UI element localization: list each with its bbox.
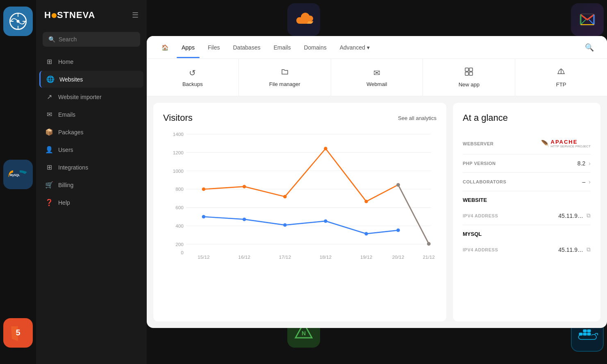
webserver-value: 🪶 APACHE HTTP SERVICE PROJECT xyxy=(541,139,591,148)
importer-nav-icon: ↗ xyxy=(45,93,53,101)
svg-point-56 xyxy=(324,219,327,223)
tab-home[interactable]: 🏠 xyxy=(157,37,173,58)
chart-area: 1400 1200 1000 800 600 400 200 0 15/12 1… xyxy=(163,130,436,312)
backups-icon: ↺ xyxy=(189,68,196,78)
svg-text:N: N xyxy=(301,330,305,337)
sidebar-item-label: Help xyxy=(58,199,70,206)
sidebar-navigation: ⊞ Home 🌐 Websites ↗ Website importer ✉ E… xyxy=(36,53,147,364)
websites-nav-icon: 🌐 xyxy=(46,75,55,83)
svg-point-49 xyxy=(324,147,327,151)
packages-nav-icon: 📦 xyxy=(45,128,53,136)
svg-text:17/12: 17/12 xyxy=(279,254,291,260)
new-app-action[interactable]: New app xyxy=(423,59,515,96)
new-app-icon xyxy=(464,67,473,78)
sidebar-item-packages[interactable]: 📦 Packages xyxy=(39,124,143,140)
ftp-icon xyxy=(557,67,566,78)
website-section-title: WEBSITE xyxy=(463,191,591,206)
file-manager-label: File manager xyxy=(269,81,300,87)
tab-files[interactable]: Files xyxy=(203,37,225,58)
svg-point-55 xyxy=(283,223,287,227)
file-manager-action[interactable]: File manager xyxy=(239,59,331,96)
svg-text:600: 600 xyxy=(175,205,184,210)
see-analytics-link[interactable]: See all analytics xyxy=(398,115,436,121)
sidebar-item-website-importer[interactable]: ↗ Website importer xyxy=(39,88,143,105)
svg-rect-22 xyxy=(465,72,468,75)
sidebar-item-users[interactable]: 👤 Users xyxy=(39,141,143,158)
sidebar-item-help[interactable]: ❓ Help xyxy=(39,194,143,211)
sidebar-item-label: Users xyxy=(58,147,73,153)
ftp-action[interactable]: FTP xyxy=(515,59,607,96)
php-version-row[interactable]: PHP VERSION 8.2 › xyxy=(463,154,591,173)
svg-text:1200: 1200 xyxy=(173,150,184,155)
glance-title: At a glance xyxy=(463,113,591,123)
sidebar-item-websites[interactable]: 🌐 Websites xyxy=(39,71,143,88)
apache-sub: HTTP SERVICE PROJECT xyxy=(551,145,591,148)
svg-point-53 xyxy=(202,215,206,219)
svg-rect-14 xyxy=(579,333,582,335)
website-copy-icon[interactable]: ⧉ xyxy=(587,212,591,219)
sidebar-item-home[interactable]: ⊞ Home xyxy=(39,53,143,70)
sidebar-item-label: Home xyxy=(58,59,73,65)
sidebar-item-label: Integrations xyxy=(58,164,88,171)
svg-rect-23 xyxy=(469,72,473,75)
sidebar-item-billing[interactable]: 🛒 Billing xyxy=(39,176,143,193)
tab-emails[interactable]: Emails xyxy=(268,37,296,58)
webserver-label: WEBSERVER xyxy=(463,141,493,146)
emails-nav-icon: ✉ xyxy=(45,111,53,118)
sidebar-item-emails[interactable]: ✉ Emails xyxy=(39,106,143,123)
collaborators-row[interactable]: COLLABORATORS – › xyxy=(463,173,591,191)
sidebar-item-label: Emails xyxy=(58,111,75,118)
sidebar-logo-area: HSTNEVA ☰ xyxy=(36,0,147,29)
backups-action[interactable]: ↺ Backups xyxy=(147,59,239,96)
svg-text:200: 200 xyxy=(175,242,184,247)
quick-actions-bar: ↺ Backups File manager ✉ Webmail xyxy=(147,59,607,96)
search-button[interactable]: 🔍 xyxy=(582,40,597,55)
billing-nav-icon: 🛒 xyxy=(45,181,53,189)
users-nav-icon: 👤 xyxy=(45,146,53,154)
tab-domains[interactable]: Domains xyxy=(299,37,331,58)
webmail-action[interactable]: ✉ Webmail xyxy=(331,59,423,96)
apache-feather-icon: 🪶 xyxy=(541,140,549,147)
svg-text:21/12: 21/12 xyxy=(423,254,435,260)
sidebar-item-integrations[interactable]: ⊞ Integrations xyxy=(39,159,143,176)
sidebar-item-label: Website importer xyxy=(58,94,102,100)
svg-rect-21 xyxy=(469,68,473,71)
tab-apps[interactable]: Apps xyxy=(177,37,200,58)
svg-point-47 xyxy=(243,185,246,188)
backups-label: Backups xyxy=(182,81,203,87)
webmail-icon: ✉ xyxy=(373,68,380,78)
sidebar-search[interactable]: 🔍 Search xyxy=(43,32,140,47)
sidebar-item-label: Billing xyxy=(58,182,73,188)
mysql-copy-icon[interactable]: ⧉ xyxy=(587,246,591,253)
svg-point-1 xyxy=(16,20,19,23)
sidebar-item-label: Packages xyxy=(58,129,83,136)
svg-point-59 xyxy=(396,183,400,187)
collaborators-value: – › xyxy=(582,179,591,185)
php-version-value: 8.2 › xyxy=(577,160,591,167)
collaborators-label: COLLABORATORS xyxy=(463,179,506,184)
svg-text:20/12: 20/12 xyxy=(392,254,404,260)
gmail-icon xyxy=(571,3,604,36)
new-app-label: New app xyxy=(459,81,480,88)
website-ipv4-row: IPV4 ADDRESS 45.11.9… ⧉ xyxy=(463,206,591,225)
php-chevron-icon: › xyxy=(589,160,591,167)
html5-icon: 5 xyxy=(3,318,33,348)
svg-point-57 xyxy=(364,232,368,236)
file-manager-icon xyxy=(281,68,289,78)
svg-text:MySQL: MySQL xyxy=(10,173,20,177)
search-label: Search xyxy=(59,36,77,43)
tab-databases[interactable]: Databases xyxy=(228,37,265,58)
main-area: 🏠 Apps Files Databases Emails Domains Ad… xyxy=(147,36,607,328)
hamburger-button[interactable]: ☰ xyxy=(132,11,139,20)
help-nav-icon: ❓ xyxy=(45,199,53,206)
visitors-title: Visitors xyxy=(163,113,193,123)
svg-text:16/12: 16/12 xyxy=(238,254,250,260)
svg-point-19 xyxy=(597,334,598,335)
svg-point-54 xyxy=(243,217,246,221)
svg-point-60 xyxy=(427,242,431,246)
tab-advanced[interactable]: Advanced ▾ xyxy=(335,37,375,58)
content-body: Visitors See all analytics 1400 1200 10 xyxy=(147,96,607,328)
svg-point-48 xyxy=(283,195,287,199)
svg-text:18/12: 18/12 xyxy=(320,254,332,260)
webmail-label: Webmail xyxy=(366,81,387,87)
